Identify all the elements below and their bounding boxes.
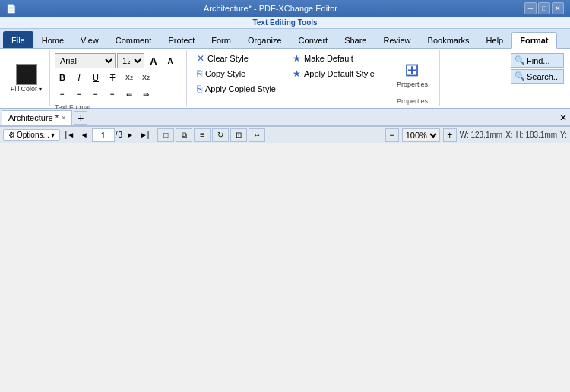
- tab-format[interactable]: Format: [511, 32, 556, 49]
- font-size-select[interactable]: 12 pt: [117, 53, 144, 68]
- scroll-view-button[interactable]: ≡: [194, 128, 211, 142]
- status-bar: ⚙ Options... ▾ |◄ ◄ / 3 ► ►| □ ⧉ ≡ ↻ ⊡ ↔…: [0, 126, 570, 143]
- zoom-out-button[interactable]: −: [385, 128, 399, 142]
- tab-convert[interactable]: Convert: [290, 31, 337, 48]
- tab-share[interactable]: Share: [336, 31, 375, 48]
- x-display: X:: [505, 131, 512, 139]
- properties-button[interactable]: ⊞ Properties: [390, 55, 435, 92]
- last-page-button[interactable]: ►|: [138, 128, 151, 142]
- clear-style-button[interactable]: ✕ Clear Style: [192, 52, 281, 65]
- color-swatch: [16, 64, 37, 85]
- options-dropdown-icon: ▾: [51, 131, 55, 139]
- next-page-button[interactable]: ►: [123, 128, 137, 142]
- tab-protect[interactable]: Protect: [160, 31, 203, 48]
- view-mode-buttons: □ ⧉ ≡ ↻ ⊡ ↔: [157, 128, 265, 142]
- subscript-button[interactable]: X2: [122, 70, 137, 85]
- close-button[interactable]: ✕: [552, 2, 564, 14]
- fill-color-label2: Color: [21, 85, 38, 93]
- properties-group: ⊞ Properties Properties: [385, 50, 440, 106]
- fit-width-button[interactable]: ↔: [249, 128, 265, 142]
- font-row-3: ≡ ≡ ≡ ≡ ⇐ ⇒: [55, 87, 178, 102]
- superscript-button[interactable]: X2: [138, 70, 154, 85]
- total-pages: 3: [119, 131, 123, 139]
- title-bar: 📄 Architecture* - PDF-XChange Editor ─ □…: [0, 0, 570, 17]
- text-editing-tools-label: Text Editing Tools: [0, 17, 570, 29]
- height-display: H: 183.1mm: [516, 131, 557, 139]
- tab-home[interactable]: Home: [33, 31, 72, 48]
- title-bar-center: Architecture* - PDF-XChange Editor: [17, 4, 524, 13]
- tab-review[interactable]: Review: [375, 31, 419, 48]
- tab-view[interactable]: View: [72, 31, 107, 48]
- options-button[interactable]: ⚙ Options... ▾: [3, 129, 60, 141]
- make-default-icon: ★: [293, 53, 301, 64]
- y-display: Y:: [560, 131, 567, 139]
- fit-page-button[interactable]: ⊡: [230, 128, 247, 142]
- app-icon: 📄: [6, 4, 17, 14]
- find-label: Find...: [527, 56, 550, 65]
- styles-group: ✕ Clear Style ⎘ Copy Style ⎘ Apply Copie…: [187, 50, 385, 106]
- fill-color-label: Fill: [11, 85, 20, 93]
- tab-form[interactable]: Form: [203, 31, 239, 48]
- align-center-button[interactable]: ≡: [71, 87, 87, 102]
- copy-style-icon: ⎘: [197, 68, 202, 79]
- properties-content: ⊞ Properties: [390, 52, 435, 96]
- strikethrough-button[interactable]: T: [105, 70, 120, 85]
- restore-button[interactable]: □: [538, 2, 550, 14]
- font-row-2: B I U T X2 X2: [55, 70, 178, 85]
- align-right-button[interactable]: ≡: [88, 87, 103, 102]
- page-number-input[interactable]: [92, 128, 115, 142]
- rtl-button[interactable]: ⇐: [122, 87, 137, 102]
- first-page-button[interactable]: |◄: [63, 128, 77, 142]
- decrease-font-button[interactable]: A: [163, 53, 178, 68]
- tab-bookmarks[interactable]: Bookmarks: [420, 31, 478, 48]
- apply-copied-style-button[interactable]: ⎘ Apply Copied Style: [192, 82, 281, 96]
- underline-button[interactable]: U: [88, 70, 103, 85]
- align-justify-button[interactable]: ≡: [105, 87, 120, 102]
- copy-style-button[interactable]: ⎘ Copy Style: [192, 67, 281, 81]
- single-page-view-button[interactable]: □: [157, 128, 174, 142]
- main-ribbon: Fill Color ▾ Arial 12 pt A A B I: [0, 49, 570, 109]
- bold-button[interactable]: B: [55, 70, 70, 85]
- font-group: Arial 12 pt A A B I U T X2 X2 ≡ ≡ ≡ ≡: [50, 50, 187, 106]
- font-row-1: Arial 12 pt A A: [55, 53, 178, 68]
- search-icon: 🔍: [515, 71, 525, 81]
- apply-copied-icon: ⎘: [197, 84, 202, 94]
- fill-color-content: Fill Color ▾: [8, 52, 45, 105]
- align-left-button[interactable]: ≡: [55, 87, 70, 102]
- title-bar-left: 📄: [6, 4, 17, 14]
- width-display: W: 123.1mm: [460, 131, 503, 139]
- make-default-button[interactable]: ★ Make Default: [287, 52, 380, 65]
- apply-default-icon: ★: [293, 68, 301, 79]
- close-doc-button[interactable]: ✕: [559, 112, 570, 123]
- properties-icon: ⊞: [404, 59, 420, 81]
- tab-comment[interactable]: Comment: [107, 31, 160, 48]
- document-tab[interactable]: Architecture * ×: [2, 110, 72, 125]
- title-bar-right[interactable]: ─ □ ✕: [524, 2, 564, 14]
- tab-file[interactable]: File: [3, 31, 33, 48]
- fill-color-group: Fill Color ▾: [3, 50, 50, 106]
- fill-color-dropdown-icon[interactable]: ▾: [39, 86, 42, 93]
- tab-close-button[interactable]: ×: [62, 114, 65, 122]
- options-gear-icon: ⚙: [8, 131, 15, 139]
- new-tab-button[interactable]: +: [74, 111, 87, 125]
- rotate-button[interactable]: ↻: [212, 128, 229, 142]
- zoom-in-button[interactable]: +: [443, 128, 457, 142]
- italic-button[interactable]: I: [71, 70, 87, 85]
- font-name-select[interactable]: Arial: [55, 53, 116, 68]
- zoom-select[interactable]: 100%: [402, 128, 440, 142]
- ltr-button[interactable]: ⇒: [138, 87, 154, 102]
- doc-tab-name: Architecture *: [8, 113, 59, 122]
- two-page-view-button[interactable]: ⧉: [176, 128, 192, 142]
- increase-font-button[interactable]: A: [146, 53, 161, 68]
- tab-bar: Architecture * × + ✕: [0, 109, 570, 126]
- prev-page-button[interactable]: ◄: [78, 128, 91, 142]
- page-navigation: |◄ ◄ / 3 ► ►|: [63, 128, 151, 142]
- ribbon-tabs[interactable]: File Home View Comment Protect Form Orga…: [0, 29, 570, 49]
- status-right: − 100% + W: 123.1mm X: H: 183.1mm Y:: [385, 128, 567, 142]
- tab-organize[interactable]: Organize: [239, 31, 290, 48]
- search-label: Search...: [527, 72, 560, 81]
- tab-help[interactable]: Help: [478, 31, 512, 48]
- fill-color-button[interactable]: Fill Color ▾: [8, 62, 45, 94]
- apply-default-style-button[interactable]: ★ Apply Default Style: [287, 67, 380, 81]
- minimize-button[interactable]: ─: [524, 2, 537, 14]
